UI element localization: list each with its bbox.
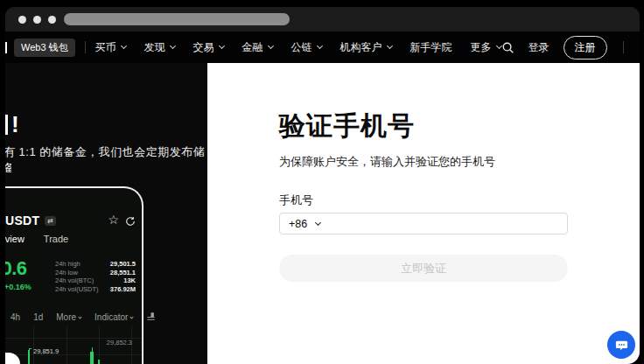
- indicator-menu[interactable]: Indicator: [94, 312, 133, 322]
- price-change-percent: +0.16%: [5, 283, 32, 291]
- promo-headline: !: [5, 113, 19, 136]
- headline-cut-fragment: [5, 115, 8, 135]
- maximize-window-icon[interactable]: [48, 16, 56, 24]
- browser-window: Web3 钱包 买币 发现 交易 金融 公链 机构客户 新手学院 更多 登录 注…: [5, 7, 640, 364]
- nav-item-discover[interactable]: 发现: [144, 40, 175, 55]
- nav-divider: [623, 41, 624, 53]
- phone-number-input[interactable]: +86: [279, 213, 568, 234]
- site-navbar: Web3 钱包 买币 发现 交易 金融 公链 机构客户 新手学院 更多 登录 注…: [5, 32, 640, 63]
- chart-toolbar: 4h 1d More Indicator: [10, 312, 156, 322]
- candle: [98, 360, 100, 364]
- timeframe-4h[interactable]: 4h: [10, 312, 20, 322]
- chevron-down-icon: [268, 43, 274, 49]
- promo-text-line1: 有 1:1 的储备金，我们也会定期发布储: [5, 144, 207, 160]
- page-title: 验证手机号: [279, 108, 568, 144]
- chevron-down-icon: [170, 43, 176, 49]
- price-axis-label: 29,851.9: [33, 347, 59, 355]
- widget-tabs: Overview Trade: [5, 234, 68, 244]
- timeframe-1d[interactable]: 1d: [33, 312, 43, 322]
- search-icon[interactable]: [501, 41, 514, 54]
- close-window-icon[interactable]: [18, 16, 26, 24]
- verify-now-button[interactable]: 立即验证: [279, 255, 568, 282]
- minimize-window-icon[interactable]: [33, 16, 41, 24]
- price-axis-label: 29,852.3: [107, 339, 132, 346]
- chevron-down-icon: [130, 315, 134, 318]
- timeframe-more[interactable]: More: [56, 312, 81, 322]
- stat-row: 24h high29,501.5: [55, 260, 136, 269]
- live-chat-button[interactable]: [607, 331, 635, 359]
- nav-menu: 买币 发现 交易 金融 公链 机构客户 新手学院 更多: [95, 40, 501, 55]
- chevron-down-icon: [315, 219, 321, 225]
- stat-row: 24h vol(BTC)13K: [55, 276, 136, 285]
- chevron-down-icon: [387, 43, 393, 49]
- promo-pane: ! 有 1:1 的储备金，我们也会定期发布储 备 USDT ⇄ ☆ Overvi…: [5, 63, 207, 364]
- chart-settings-icon[interactable]: [146, 312, 156, 322]
- stat-row: 24h vol(USDT)376.92M: [55, 285, 136, 294]
- nav-item-finance[interactable]: 金融: [242, 40, 273, 55]
- page-subtitle: 为保障账户安全，请输入并验证您的手机号: [279, 154, 568, 170]
- trading-pair: USDT ⇄: [5, 214, 56, 228]
- chat-bubble-icon: [614, 338, 629, 353]
- candle: [28, 350, 30, 364]
- main-content: ! 有 1:1 的储备金，我们也会定期发布储 备 USDT ⇄ ☆ Overvi…: [5, 63, 640, 364]
- last-price: 850.6: [5, 257, 37, 280]
- nav-item-academy[interactable]: 新手学院: [410, 40, 452, 55]
- nav-item-trade[interactable]: 交易: [193, 40, 224, 55]
- register-button[interactable]: 注册: [564, 36, 607, 60]
- traffic-lights: [18, 16, 56, 24]
- nav-item-buy[interactable]: 买币: [95, 40, 126, 55]
- logo-fragment: [5, 42, 7, 53]
- nav-actions: 登录 注册: [501, 36, 640, 60]
- swap-pair-icon[interactable]: ⇄: [45, 216, 56, 226]
- tab-trade[interactable]: Trade: [44, 234, 68, 244]
- nav-divider: [85, 41, 86, 53]
- chevron-down-icon: [317, 43, 323, 49]
- browser-chrome: [5, 7, 640, 32]
- phone-field-label: 手机号: [279, 192, 568, 208]
- tab-overview[interactable]: Overview: [5, 234, 24, 244]
- nav-item-more[interactable]: 更多: [471, 40, 501, 55]
- verification-form: 验证手机号 为保障账户安全，请输入并验证您的手机号 手机号 +86 立即验证: [279, 108, 568, 282]
- login-link[interactable]: 登录: [528, 40, 550, 55]
- chevron-down-icon: [78, 315, 81, 318]
- chevron-down-icon: [219, 43, 225, 49]
- market-stats: 24h high29,501.5 24h low28,551.1 24h vol…: [55, 260, 136, 293]
- refresh-icon[interactable]: [125, 214, 136, 230]
- nav-item-chain[interactable]: 公链: [291, 40, 322, 55]
- verification-panel: 验证手机号 为保障账户安全，请输入并验证您的手机号 手机号 +86 立即验证: [207, 63, 640, 364]
- country-code-select[interactable]: +86: [289, 218, 307, 230]
- web3-wallet-badge[interactable]: Web3 钱包: [14, 38, 75, 57]
- nav-item-institutional[interactable]: 机构客户: [340, 40, 392, 55]
- chevron-down-icon: [121, 43, 127, 49]
- candlestick-chart: 29,852.3 29,851.9: [5, 326, 142, 364]
- favorite-star-icon[interactable]: ☆: [108, 213, 119, 227]
- phone-mockup-card: USDT ⇄ ☆ Overview Trade 850.6 +0.16% 24h…: [5, 186, 144, 364]
- candle: [90, 352, 94, 364]
- stat-row: 24h low28,551.1: [55, 269, 136, 277]
- promo-text-line2: 备: [5, 160, 11, 176]
- address-bar[interactable]: [64, 13, 290, 25]
